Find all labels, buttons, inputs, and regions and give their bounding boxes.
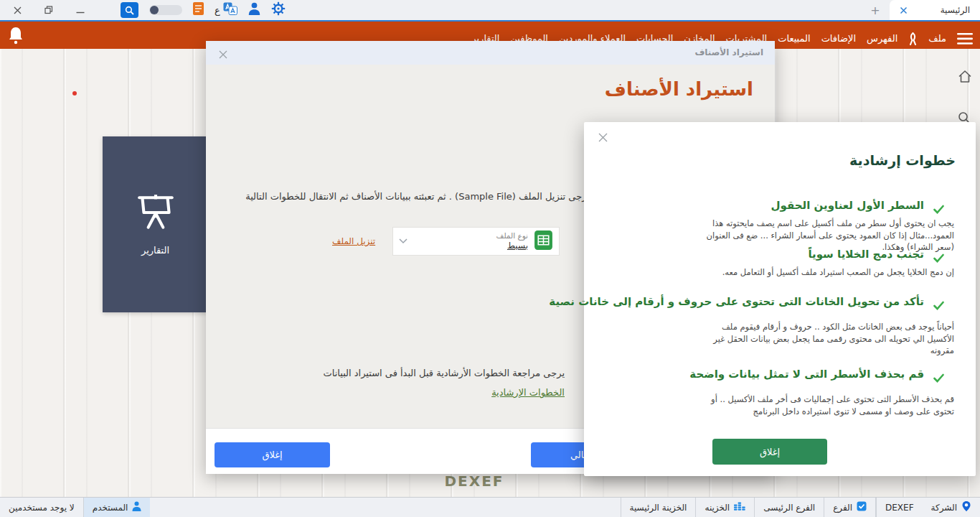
statusbar-user[interactable]: المستخدم bbox=[84, 498, 151, 517]
presentation-board-icon bbox=[133, 193, 178, 236]
check-icon bbox=[933, 252, 944, 266]
translate-icon bbox=[223, 2, 237, 18]
company-value[interactable]: DEXEF bbox=[876, 498, 923, 517]
steps-dialog-close-icon[interactable] bbox=[598, 131, 608, 145]
step-heading-4: قم بحذف الأسطر التى لا تمثل بيانات واضحة bbox=[689, 368, 924, 381]
review-steps-note: يرجى مراجعة الخطوات الأرشادية قبل البدأ … bbox=[323, 368, 565, 378]
import-dialog-heading: استيراد الأصناف bbox=[605, 78, 753, 100]
download-instruction-text: يرجى تنزيل الملف (Sample File) . ثم تعبئ… bbox=[245, 191, 590, 202]
toggle-knob bbox=[150, 6, 159, 14]
steps-dialog-title: خطوات إرشادية bbox=[849, 152, 956, 168]
window-controls bbox=[11, 0, 86, 20]
tab-home[interactable]: الرئيسية bbox=[890, 0, 980, 20]
step-description-2: إن دمج الخلايا يجعل من الصعب استيراد ملف… bbox=[700, 266, 954, 279]
download-file-link[interactable]: تنزيل الملف bbox=[332, 236, 375, 246]
import-close-button[interactable]: إغلاق bbox=[215, 442, 330, 467]
map-pin-icon bbox=[961, 500, 971, 514]
menu-item-addons[interactable]: الإضافات bbox=[821, 33, 856, 44]
check-icon bbox=[933, 299, 944, 313]
ribbon-icon bbox=[908, 32, 918, 45]
menu-item-sales[interactable]: المبيعات bbox=[778, 33, 810, 44]
import-dialog-header: استيراد الأصناف bbox=[206, 41, 775, 65]
window-restore-icon[interactable] bbox=[43, 4, 55, 16]
notes-icon[interactable] bbox=[193, 2, 204, 18]
branch-label: الفرع bbox=[833, 503, 852, 513]
guidance-steps-dialog: خطوات إرشادية السطر الأول لعناوين الحقول… bbox=[584, 122, 976, 476]
file-type-select[interactable]: نوع الملف بسيط bbox=[392, 227, 560, 256]
active-tab-underline bbox=[0, 20, 980, 22]
user-label: المستخدم bbox=[93, 503, 128, 513]
treasury-value[interactable]: الخزينة الرئيسية bbox=[621, 498, 697, 517]
step-heading-1: السطر الأول لعناوين الحقول bbox=[771, 199, 924, 212]
import-dialog-close-icon[interactable] bbox=[219, 48, 227, 62]
user-icon[interactable] bbox=[248, 2, 260, 18]
window-titlebar: ع bbox=[0, 0, 980, 22]
statusbar-company[interactable]: الشركة bbox=[923, 498, 980, 517]
checkbox-icon bbox=[857, 501, 867, 513]
reports-tile[interactable]: التقارير bbox=[103, 136, 208, 312]
notification-dot bbox=[72, 91, 77, 96]
check-icon bbox=[933, 203, 944, 217]
file-type-texts: نوع الملف بسيط bbox=[496, 231, 528, 251]
step-heading-2: تجنب دمج الخلايا سوياً bbox=[808, 248, 924, 261]
statusbar-spacer bbox=[150, 498, 620, 517]
theme-toggle[interactable] bbox=[149, 5, 182, 15]
person-icon bbox=[132, 501, 141, 513]
reports-tile-label: التقارير bbox=[141, 245, 169, 256]
tab-strip: + الرئيسية bbox=[870, 0, 980, 20]
step-heading-3: تأكد من تحويل الخانات التى تحتوى على حرو… bbox=[549, 295, 924, 308]
coins-icon bbox=[734, 501, 745, 513]
home-icon[interactable] bbox=[958, 70, 972, 86]
file-type-label: نوع الملف bbox=[496, 231, 528, 241]
statusbar-branch[interactable]: الفرع bbox=[824, 498, 876, 517]
treasury-label: الخزينه bbox=[705, 503, 730, 513]
users-status: لا يوجد مستخدمين bbox=[0, 498, 84, 517]
excel-file-icon bbox=[534, 230, 553, 253]
statusbar-treasury[interactable]: الخزينه bbox=[696, 498, 755, 517]
search-icon[interactable] bbox=[121, 2, 138, 18]
tab-label: الرئيسية bbox=[916, 5, 970, 15]
notifications-bell-icon[interactable] bbox=[7, 26, 24, 47]
language-letter: ع bbox=[215, 5, 220, 16]
branch-value[interactable]: الفرع الرئيسى bbox=[755, 498, 824, 517]
brand-logo: DEXEF bbox=[435, 472, 514, 490]
window-close-icon[interactable] bbox=[11, 4, 23, 16]
step-description-3: أحياناً يوجد فى بعض الخانات مثل الكود ..… bbox=[700, 321, 954, 357]
menu-item-index[interactable]: الفهرس bbox=[867, 33, 897, 44]
new-tab-button[interactable]: + bbox=[870, 4, 881, 17]
step-description-4: قم بحذف الأسطر التى تحتوى على إجماليات ف… bbox=[700, 393, 954, 417]
guidance-steps-link[interactable]: الخطوات الإرشادية bbox=[491, 387, 565, 398]
import-dialog-title: استيراد الأصناف bbox=[694, 41, 763, 65]
company-label: الشركة bbox=[931, 503, 957, 513]
gear-icon[interactable] bbox=[271, 1, 286, 19]
language-switcher[interactable]: ع bbox=[215, 2, 237, 18]
check-icon bbox=[933, 372, 944, 386]
titlebar-tools: ع bbox=[121, 0, 286, 20]
menu-item-file[interactable]: ملف bbox=[928, 33, 946, 44]
statusbar: الشركة DEXEF الفرع الفرع الرئيسى الخزينه… bbox=[0, 497, 980, 517]
file-type-value: بسيط bbox=[496, 241, 528, 251]
tab-close-icon[interactable] bbox=[900, 4, 908, 17]
hamburger-menu-icon[interactable] bbox=[957, 33, 973, 45]
app-window: ع bbox=[0, 0, 980, 517]
steps-close-button[interactable]: إغلاق bbox=[712, 439, 827, 465]
chevron-down-icon bbox=[399, 238, 407, 244]
window-minimize-icon[interactable] bbox=[75, 4, 86, 16]
